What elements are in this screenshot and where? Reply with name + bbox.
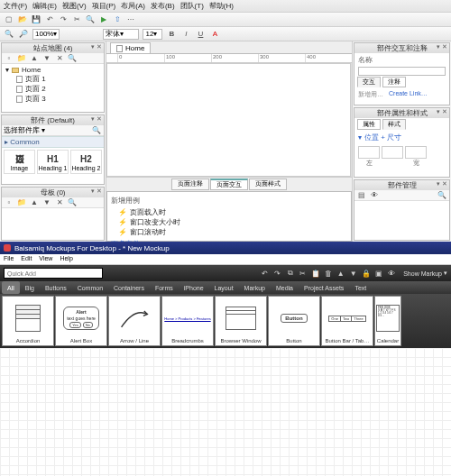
tab-style[interactable]: 样式 [382, 119, 406, 130]
cat-containers[interactable]: Containers [108, 281, 150, 294]
front-icon[interactable]: ▲ [336, 269, 345, 279]
x-input[interactable] [358, 146, 380, 159]
lib-accordion[interactable]: Accordion [2, 296, 54, 346]
underline-icon[interactable]: U [195, 29, 206, 40]
bold-icon[interactable]: B [166, 29, 177, 40]
cat-markup[interactable]: Markup [239, 281, 271, 294]
delete-icon[interactable]: 🗑 [323, 269, 333, 279]
sitemap-page[interactable]: 页面 3 [4, 94, 102, 104]
collapse-icon[interactable]: ▾ [5, 66, 9, 74]
add-folder-icon[interactable]: 📁 [16, 53, 27, 64]
menu-file[interactable]: 文件(F) [4, 1, 27, 11]
cat-big[interactable]: Big [20, 281, 40, 294]
cat-all[interactable]: All [2, 281, 20, 294]
menu-help[interactable]: 帮助(H) [209, 1, 234, 11]
delete-icon[interactable]: ✕ [54, 53, 65, 64]
menu-team[interactable]: 团队(T) [180, 1, 204, 11]
close-icon[interactable]: ▾ ✕ [437, 108, 447, 115]
event-scroll[interactable]: ⚡窗口滚动时 [111, 227, 347, 237]
menu-view[interactable]: View [39, 255, 52, 263]
tab-home[interactable]: Home [110, 42, 151, 53]
cat-common[interactable]: Common [72, 281, 108, 294]
save-icon[interactable]: 💾 [31, 14, 41, 25]
cat-layout[interactable]: Layout [209, 281, 239, 294]
widget-h1[interactable]: H1Heading 1 [37, 150, 69, 174]
delete-icon[interactable]: ✕ [54, 197, 65, 208]
add-master-icon[interactable]: ▫ [4, 197, 14, 208]
add-page-icon[interactable]: ▫ [4, 53, 14, 64]
show-markup-toggle[interactable]: Show Markup▾ [400, 270, 447, 277]
redo-icon[interactable]: ↷ [58, 14, 69, 25]
quick-add-input[interactable] [4, 268, 103, 279]
open-icon[interactable]: 📂 [17, 14, 28, 25]
move-up-icon[interactable]: ▲ [29, 197, 40, 208]
group-icon[interactable]: ▣ [373, 269, 383, 279]
cut-icon[interactable]: ✂ [71, 14, 82, 25]
color-icon[interactable]: A [209, 29, 220, 40]
tab-style[interactable]: 页面样式 [249, 178, 287, 190]
search-icon[interactable]: 🔍 [85, 14, 96, 25]
cat-iphone[interactable]: iPhone [179, 281, 209, 294]
search-icon[interactable]: 🔍 [67, 53, 78, 64]
sitemap-page[interactable]: 页面 1 [4, 74, 102, 84]
lock-icon[interactable]: 🔒 [361, 269, 371, 279]
menu-view[interactable]: 视图(V) [62, 1, 87, 11]
more-icon[interactable]: ⋯ [125, 14, 136, 25]
widget-image[interactable]: 🖼Image [4, 150, 35, 174]
cat-media[interactable]: Media [271, 281, 299, 294]
new-icon[interactable]: ▢ [4, 14, 14, 25]
move-down-icon[interactable]: ▼ [41, 53, 52, 64]
menu-edit[interactable]: 编辑(E) [32, 1, 57, 11]
tab-notes[interactable]: 注释 [382, 77, 406, 87]
library-select[interactable]: 选择部件库 ▾ [4, 125, 45, 135]
preview-icon[interactable]: ▶ [98, 14, 109, 25]
sitemap-root[interactable]: ▾ Home [4, 66, 102, 74]
back-icon[interactable]: ▼ [348, 269, 358, 279]
italic-icon[interactable]: I [180, 29, 191, 40]
tab-properties[interactable]: 属性 [357, 119, 381, 130]
design-canvas[interactable] [106, 63, 351, 177]
lib-button[interactable]: Button Button [268, 296, 320, 346]
cat-project[interactable]: Project Assets [299, 281, 349, 294]
visible-icon[interactable]: 👁 [369, 190, 380, 201]
cat-forms[interactable]: Forms [150, 281, 179, 294]
tab-interaction[interactable]: 交互 [357, 77, 381, 87]
tab-notes[interactable]: 页面注释 [171, 178, 209, 190]
menu-publish[interactable]: 发布(B) [151, 1, 175, 11]
lib-alert[interactable]: Alert text goes here YesNo Alert Box [55, 296, 107, 346]
mockup-canvas[interactable] [0, 348, 451, 476]
event-resize[interactable]: ⚡窗口改变大小时 [111, 217, 347, 227]
search-icon[interactable]: 🔍 [437, 190, 447, 201]
cat-text[interactable]: Text [349, 281, 372, 294]
redo-icon[interactable]: ↷ [272, 269, 282, 279]
undo-icon[interactable]: ↶ [260, 269, 270, 279]
lib-buttonbar[interactable]: OneTwoThree Button Bar / Tab… [321, 296, 373, 346]
search-icon[interactable]: 🔍 [67, 197, 78, 208]
event-onload[interactable]: ⚡页面载入时 [111, 207, 347, 217]
lib-breadcrumbs[interactable]: Home > Products > Features Breadcrumbs [161, 296, 214, 346]
close-icon[interactable]: ▾ ✕ [91, 188, 102, 195]
lib-calendar[interactable]: FEB 2008S M T W T F S1 2 3 4 5 6 78 9 ..… [374, 296, 401, 346]
cat-buttons[interactable]: Buttons [40, 281, 72, 294]
menu-project[interactable]: 项目(P) [92, 1, 116, 11]
move-down-icon[interactable]: ▼ [41, 197, 52, 208]
sitemap-page[interactable]: 页面 2 [4, 84, 102, 94]
tab-interactions[interactable]: 页面交互 [210, 178, 248, 190]
menu-help[interactable]: Help [60, 255, 72, 263]
zoom-level[interactable]: 100% ▾ [32, 29, 60, 40]
w-input[interactable] [405, 146, 427, 159]
move-up-icon[interactable]: ▲ [29, 53, 40, 64]
close-icon[interactable]: ▾ ✕ [437, 43, 447, 50]
filter-icon[interactable]: ▤ [356, 190, 367, 201]
zoom-in-icon[interactable]: 🔍 [4, 29, 14, 40]
fontsize-select[interactable]: 12 ▾ [143, 29, 162, 40]
menu-file[interactable]: File [4, 255, 14, 263]
y-input[interactable] [382, 146, 403, 159]
close-icon[interactable]: ▾ ✕ [437, 180, 447, 188]
paste-icon[interactable]: 📋 [310, 269, 320, 279]
name-input[interactable] [358, 67, 446, 76]
zoom-out-icon[interactable]: 🔎 [18, 29, 29, 40]
menu-layout[interactable]: 布局(A) [121, 1, 145, 11]
menu-edit[interactable]: Edit [21, 255, 32, 263]
search-icon[interactable]: 🔍 [91, 125, 102, 136]
